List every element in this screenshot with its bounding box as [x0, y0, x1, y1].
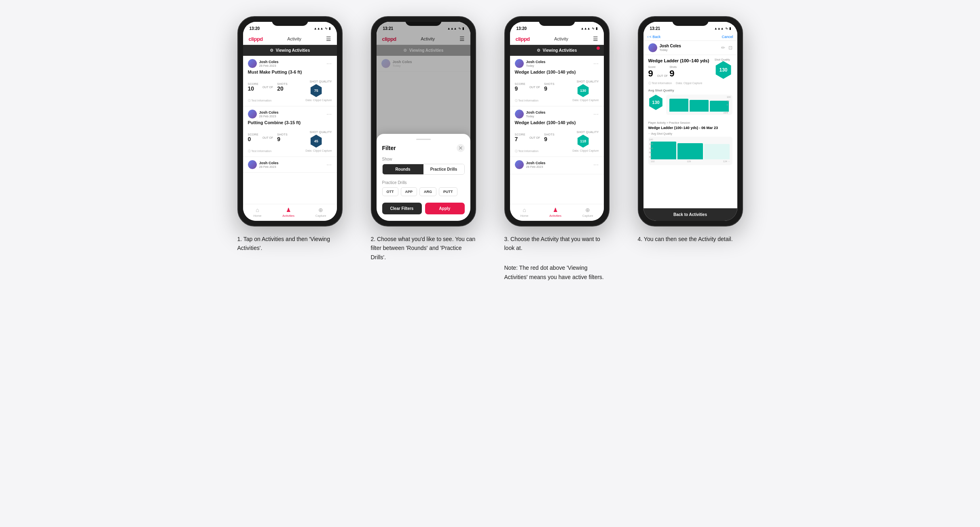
- quality-group-3-1: Shot Quality 130: [577, 77, 599, 97]
- chart-bar-1: [669, 99, 688, 112]
- card-header-1-2: Josh Coles 28 Feb 2023 ···: [248, 110, 332, 119]
- y-axis-labels: 100 50 0: [726, 95, 730, 107]
- apply-button[interactable]: Apply: [425, 203, 465, 214]
- step-desc-text-2: 2. Choose what you'd like to see. You ca…: [371, 235, 476, 262]
- signal-icon-4: ▲▲▲: [714, 27, 724, 30]
- detail-score-value: 9: [648, 68, 653, 78]
- detail-shots-group: Shots 9: [669, 66, 677, 79]
- score-val-3-1: 9: [515, 85, 525, 92]
- nav-activities-3[interactable]: ♟ Activities: [549, 207, 561, 218]
- step-4: 13:21 ▲▲▲ ∿ ▮ ‹ < Back Cancel: [630, 16, 751, 245]
- nav-capture-1[interactable]: ⊕ Capture: [315, 207, 326, 218]
- activity-card-3-2[interactable]: Josh Coles Today ··· Wedge Ladder (100–1…: [510, 106, 604, 157]
- step-desc-2: 2. Choose what you'd like to see. You ca…: [371, 235, 476, 263]
- filter-icon-1: ⚙: [270, 48, 273, 53]
- battery-icon: ▮: [329, 27, 330, 30]
- nav-capture-3[interactable]: ⊕ Capture: [582, 207, 593, 218]
- detail-title-score-row: Wedge Ladder (100–140 yds) Score 9 OUT O…: [648, 58, 732, 79]
- back-button[interactable]: ‹ < Back: [648, 35, 661, 39]
- nav-activities-1[interactable]: ♟ Activities: [282, 207, 294, 218]
- session-y-axis: 140 120 100 80 60: [649, 138, 653, 159]
- activities-icon-3: ♟: [553, 207, 558, 213]
- session-bar-3: [704, 144, 730, 159]
- step-desc-4: 4. You can then see the Activity detail.: [638, 235, 743, 245]
- edit-icon[interactable]: ✏: [721, 45, 725, 51]
- hamburger-icon-1[interactable]: ☰: [326, 36, 331, 42]
- activity-card-1-2[interactable]: Josh Coles 28 Feb 2023 ··· Putting Combi…: [243, 106, 337, 157]
- detail-score-label: Score: [648, 66, 656, 68]
- drill-putt[interactable]: PUTT: [439, 187, 457, 196]
- more-dots-1-1[interactable]: ···: [326, 61, 332, 66]
- activity-session-title: Wedge Ladder (100–140 yds) - 06 Mar 23: [648, 126, 732, 130]
- user-info-1-3: Josh Coles 28 Feb 2023: [248, 160, 279, 169]
- expand-icon[interactable]: ⊡: [728, 45, 732, 51]
- drill-app[interactable]: APP: [401, 187, 417, 196]
- header-title-1: Activity: [287, 36, 301, 41]
- nav-home-3[interactable]: ⌂ Home: [520, 207, 528, 218]
- more-dots-3-3[interactable]: ···: [593, 162, 599, 167]
- steps-container: 13:20 ▲▲▲ ∿ ▮ clippd Activity ☰ ⚙ View: [229, 16, 751, 283]
- footer-left-1-2: ⓘ Test Information: [248, 149, 272, 153]
- user-details-3-1: Josh Coles Today: [526, 60, 546, 68]
- nav-home-1[interactable]: ⌂ Home: [253, 207, 261, 218]
- avatar-1-2: [248, 110, 257, 119]
- more-dots-1-3[interactable]: ···: [326, 162, 332, 167]
- score-label-1-2: Score: [248, 133, 258, 136]
- shots-label-1-1: Shots: [277, 83, 288, 85]
- activity-card-3-1[interactable]: Josh Coles Today ··· Wedge Ladder (100–1…: [510, 56, 604, 106]
- clear-filters-button[interactable]: Clear Filters: [382, 203, 422, 214]
- detail-user-row: Josh Coles Today ✏ ⊡: [643, 41, 737, 55]
- quality-badge-3-1: 130: [577, 84, 590, 97]
- nav-activities-label-1: Activities: [282, 214, 294, 218]
- footer-right-3-1: Data: Clippd Capture: [572, 99, 599, 103]
- shots-label-1-2: Shots: [277, 133, 288, 136]
- session-y-60: 60: [649, 155, 653, 159]
- quality-label-3-1: Shot Quality: [577, 80, 599, 83]
- detail-shots-value: 9: [669, 68, 674, 78]
- viewing-activities-bar-3[interactable]: ⚙ Viewing Activities: [510, 45, 604, 56]
- session-y-120: 120: [649, 142, 653, 146]
- clippd-logo-1: clippd: [249, 36, 263, 42]
- status-icons-4: ▲▲▲ ∿ ▮: [714, 27, 731, 30]
- drill-ott[interactable]: OTT: [382, 187, 398, 196]
- practice-drills-label: Practice Drills: [382, 180, 465, 185]
- viewing-activities-bar-1[interactable]: ⚙ Viewing Activities: [243, 45, 337, 56]
- user-name-1-2: Josh Coles: [259, 110, 279, 114]
- viewing-activities-label-3: Viewing Activities: [543, 48, 577, 53]
- avg-quality-chart: APP 100 50 0: [666, 95, 732, 115]
- status-icons-3: ▲▲▲ ∿ ▮: [581, 27, 597, 30]
- toggle-rounds[interactable]: Rounds: [383, 164, 423, 174]
- back-to-activities-button[interactable]: Back to Activities: [643, 208, 737, 221]
- outof-1-1: OUT OF: [262, 86, 273, 89]
- quality-badge-1-1: 75: [310, 84, 323, 97]
- card-header-1-1: Josh Coles 28 Feb 2023 ···: [248, 59, 332, 68]
- show-label: Show: [382, 157, 465, 161]
- hamburger-icon-3[interactable]: ☰: [593, 36, 598, 42]
- activity-card-1-1[interactable]: Josh Coles 28 Feb 2023 ··· Must Make Put…: [243, 56, 337, 106]
- user-name-3-2: Josh Coles: [526, 110, 546, 114]
- phone-2: 13:21 ▲▲▲ ∿ ▮ clippd Activity ☰ ⚙ View: [371, 16, 476, 226]
- avatar-1-1: [248, 59, 257, 68]
- card-header-3-3: Josh Coles 28 Feb 2023 ···: [515, 160, 599, 169]
- user-date-1-1: 28 Feb 2023: [259, 64, 279, 68]
- close-button[interactable]: ✕: [457, 144, 465, 152]
- toggle-practice-drills[interactable]: Practice Drills: [423, 164, 464, 174]
- activity-title-3-1: Wedge Ladder (100–140 yds): [515, 70, 599, 74]
- more-dots-3-2[interactable]: ···: [593, 111, 599, 117]
- phone-inner-3: 13:20 ▲▲▲ ∿ ▮ clippd Activity ☰ ⚙ View: [510, 22, 604, 221]
- card-footer-3-2: ⓘ Test Information Data: Clippd Capture: [515, 149, 599, 153]
- avg-quality-area: 130 APP 100 5: [648, 95, 732, 118]
- footer-left-3-1: ⓘ Test Information: [515, 99, 539, 103]
- session-label-124: 124 ···: [723, 160, 730, 163]
- user-info-3-2: Josh Coles Today: [515, 110, 546, 119]
- more-dots-1-2[interactable]: ···: [326, 111, 332, 117]
- score-label-3-1: Score: [515, 83, 525, 85]
- stat-shots-3-1: Shots 9: [544, 83, 555, 92]
- cancel-button[interactable]: Cancel: [722, 35, 733, 39]
- app-header-3: clippd Activity ☰: [510, 33, 604, 45]
- notch-1: [272, 17, 308, 26]
- drill-arg[interactable]: ARG: [419, 187, 436, 196]
- wifi-icon: ∿: [325, 27, 328, 30]
- session-chart-bars: [651, 139, 730, 159]
- more-dots-3-1[interactable]: ···: [593, 61, 599, 66]
